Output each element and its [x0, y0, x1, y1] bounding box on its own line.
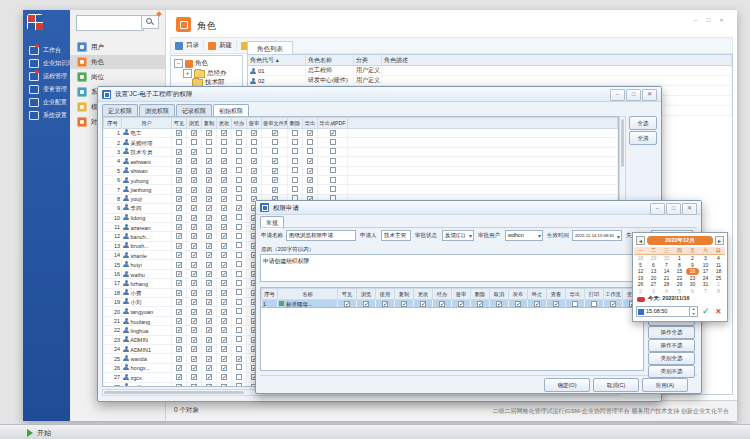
perm-row-6[interactable]: 7 jianhong✓✓✓✓✓✓✓	[104, 185, 618, 194]
checkbox[interactable]: ✓	[307, 168, 313, 174]
checkbox[interactable]: ✓	[307, 158, 313, 164]
perm-row-4[interactable]: 5 shiwan✓✓✓✓✓✓✓	[104, 166, 618, 175]
checkbox[interactable]	[236, 280, 242, 286]
maximize-icon[interactable]: □	[703, 16, 714, 25]
toolbar-button-1[interactable]: 新建	[204, 40, 237, 51]
checkbox[interactable]: ✓	[221, 158, 227, 164]
calendar-day[interactable]: 16	[686, 268, 699, 275]
checkbox[interactable]	[236, 252, 242, 258]
checkbox[interactable]: ✓	[191, 158, 197, 164]
checkbox[interactable]	[251, 139, 257, 145]
checkbox[interactable]: ✓	[176, 309, 182, 315]
checkbox[interactable]: ✓	[191, 337, 197, 343]
calendar-day[interactable]: 20	[647, 275, 660, 282]
calendar-day[interactable]: 10	[699, 262, 712, 269]
checkbox[interactable]: ✓	[221, 262, 227, 268]
checkbox[interactable]: ✓	[176, 346, 182, 352]
checkbox[interactable]: ✓	[191, 365, 197, 371]
checkbox[interactable]: ✓	[191, 187, 197, 193]
calendar-day[interactable]: 19	[634, 275, 647, 282]
checkbox[interactable]	[236, 233, 242, 239]
checkbox[interactable]	[236, 224, 242, 230]
perm-row-1[interactable]: 2 采购经理	[104, 138, 618, 147]
calendar-day[interactable]: 18	[712, 268, 725, 275]
checkbox[interactable]: ✓	[191, 318, 197, 324]
checkbox[interactable]: ✓	[206, 158, 212, 164]
checkbox[interactable]: ✓	[191, 356, 197, 362]
checkbox[interactable]: ✓	[206, 384, 212, 387]
submenu-item-1[interactable]: 角色	[70, 55, 166, 69]
checkbox[interactable]	[236, 177, 242, 183]
checkbox[interactable]: ✓	[176, 196, 182, 202]
checkbox[interactable]: ✓	[206, 168, 212, 174]
checkbox[interactable]: ✓	[176, 187, 182, 193]
checkbox[interactable]	[236, 346, 242, 352]
maximize-icon[interactable]: □	[666, 203, 681, 215]
checkbox[interactable]: ✓	[191, 149, 197, 155]
checkbox[interactable]: ✓	[191, 205, 197, 211]
checkbox[interactable]: ✓	[176, 374, 182, 380]
checkbox[interactable]: ✓	[191, 271, 197, 277]
checkbox[interactable]	[236, 139, 242, 145]
checkbox[interactable]: ✓	[176, 149, 182, 155]
expand-icon[interactable]: +	[183, 69, 192, 78]
perm-row-5[interactable]: 6 yuhong✓✓✓✓✓✓✓	[104, 175, 618, 184]
calendar-day[interactable]: 8	[712, 288, 725, 295]
sidebar-item-0[interactable]: 工作台	[23, 44, 70, 57]
tree-root[interactable]: −角色	[174, 59, 208, 68]
minimize-icon[interactable]: ‒	[650, 203, 665, 215]
calendar-day[interactable]: 8	[673, 262, 686, 269]
checkbox[interactable]: ✓	[191, 327, 197, 333]
role-row-1[interactable]: 02研发中心(硬件)用户定义	[248, 76, 732, 86]
ok-button[interactable]: 确定(O)	[544, 378, 590, 392]
toolbar-button-0[interactable]: 目录	[171, 40, 204, 51]
checkbox[interactable]	[330, 139, 336, 145]
calendar-day[interactable]: 14	[660, 268, 673, 275]
calendar-prev-button[interactable]: ◄	[636, 236, 645, 245]
time-input[interactable]: 15:08:50▲▼	[636, 306, 698, 317]
minimize-icon[interactable]: ‒	[610, 89, 625, 101]
checkbox[interactable]: ✓	[176, 130, 182, 136]
checkbox[interactable]: ✓	[191, 299, 197, 305]
calendar-day[interactable]: 2	[634, 288, 647, 295]
checkbox[interactable]: ✓	[176, 233, 182, 239]
calendar-day[interactable]: 2	[686, 255, 699, 262]
checkbox[interactable]: ✓	[221, 130, 227, 136]
checkbox[interactable]: ✓	[206, 243, 212, 249]
checkbox[interactable]: ✓	[206, 290, 212, 296]
calendar-day[interactable]: 21	[660, 275, 673, 282]
calendar-day[interactable]: 7	[699, 288, 712, 295]
calendar-day[interactable]: 28	[660, 281, 673, 288]
request-name-input[interactable]: 图纸浏览权限申请	[286, 230, 356, 241]
checkbox[interactable]: ✓	[251, 130, 257, 136]
checkbox[interactable]	[236, 130, 242, 136]
checkbox[interactable]: ✓	[221, 205, 227, 211]
checkbox[interactable]: ✓	[176, 318, 182, 324]
checkbox[interactable]	[292, 186, 298, 192]
submenu-item-0[interactable]: 用户	[70, 40, 166, 54]
sidebar-item-4[interactable]: 企业配置	[23, 96, 70, 109]
stack-button-1[interactable]: 操作全选	[648, 326, 695, 339]
checkbox[interactable]	[236, 214, 242, 220]
checkbox[interactable]: ✓	[307, 130, 313, 136]
checkbox[interactable]: ✓	[176, 337, 182, 343]
checkbox[interactable]: ✓	[191, 130, 197, 136]
checkbox[interactable]	[236, 148, 242, 154]
calendar-day[interactable]: 3	[647, 288, 660, 295]
checkbox[interactable]: ✓	[221, 215, 227, 221]
checkbox[interactable]: ✓	[191, 233, 197, 239]
checkbox[interactable]: ✓	[176, 384, 182, 387]
checkbox[interactable]: ✓	[221, 187, 227, 193]
checkbox[interactable]: ✓	[221, 374, 227, 380]
checkbox[interactable]	[236, 271, 242, 277]
checkbox[interactable]	[330, 148, 336, 154]
checkbox[interactable]: ✓	[176, 158, 182, 164]
calendar-day[interactable]: 4	[660, 288, 673, 295]
calendar-day[interactable]: 29	[673, 281, 686, 288]
checkbox[interactable]	[292, 158, 298, 164]
collapse-icon[interactable]: −	[174, 59, 183, 68]
tree-folder-0[interactable]: +总经办	[183, 69, 227, 78]
calendar-day[interactable]: 29	[647, 255, 660, 262]
checkbox[interactable]	[206, 148, 212, 154]
checkbox[interactable]	[330, 158, 336, 164]
